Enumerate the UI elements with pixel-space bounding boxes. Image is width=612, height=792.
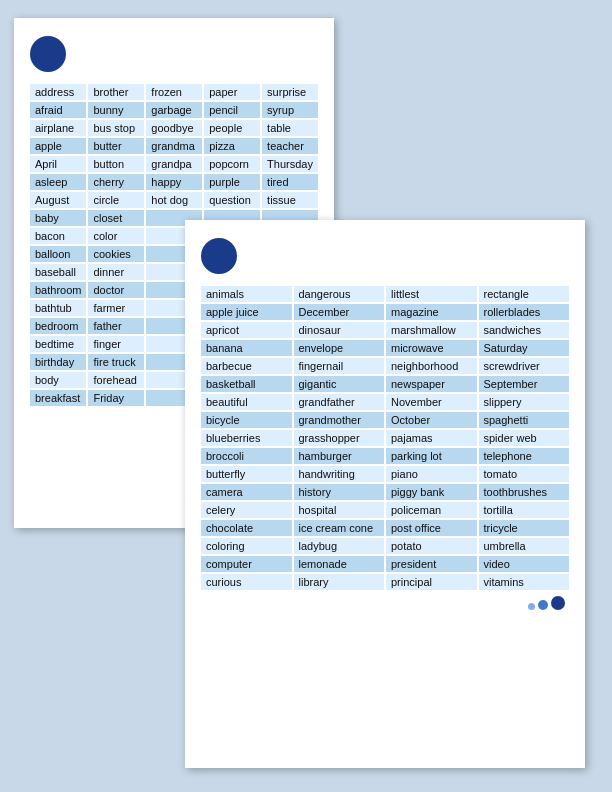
word-cell: library bbox=[294, 574, 385, 590]
word-cell: fire truck bbox=[88, 354, 144, 370]
word-cell: apple bbox=[30, 138, 86, 154]
word-cell: cookies bbox=[88, 246, 144, 262]
word-cell: newspaper bbox=[386, 376, 477, 392]
word-cell: banana bbox=[201, 340, 292, 356]
word-cell: airplane bbox=[30, 120, 86, 136]
page1-header bbox=[30, 36, 318, 72]
word-cell: pencil bbox=[204, 102, 260, 118]
word-cell: animals bbox=[201, 286, 292, 302]
word-cell: marshmallow bbox=[386, 322, 477, 338]
word-cell: littlest bbox=[386, 286, 477, 302]
word-cell: bus stop bbox=[88, 120, 144, 136]
page2-number bbox=[201, 238, 237, 274]
word-cell: address bbox=[30, 84, 86, 100]
word-cell: baby bbox=[30, 210, 86, 226]
word-cell: chocolate bbox=[201, 520, 292, 536]
word-cell: spider web bbox=[479, 430, 570, 446]
word-cell: tricycle bbox=[479, 520, 570, 536]
dot-small bbox=[528, 603, 535, 610]
word-cell: camera bbox=[201, 484, 292, 500]
word-cell: telephone bbox=[479, 448, 570, 464]
word-cell: hot dog bbox=[146, 192, 202, 208]
word-cell: dinner bbox=[88, 264, 144, 280]
word-cell: dangerous bbox=[294, 286, 385, 302]
word-cell: paper bbox=[204, 84, 260, 100]
word-cell: butter bbox=[88, 138, 144, 154]
word-cell: bathroom bbox=[30, 282, 86, 298]
word-cell: history bbox=[294, 484, 385, 500]
word-cell: breakfast bbox=[30, 390, 86, 406]
word-cell: bunny bbox=[88, 102, 144, 118]
word-cell: coloring bbox=[201, 538, 292, 554]
word-cell: basketball bbox=[201, 376, 292, 392]
word-cell: table bbox=[262, 120, 318, 136]
word-cell: circle bbox=[88, 192, 144, 208]
word-cell: body bbox=[30, 372, 86, 388]
word-cell: president bbox=[386, 556, 477, 572]
word-cell: happy bbox=[146, 174, 202, 190]
word-cell: grandpa bbox=[146, 156, 202, 172]
page1-number bbox=[30, 36, 66, 72]
page2-header bbox=[201, 238, 569, 274]
word-cell: Friday bbox=[88, 390, 144, 406]
word-cell: post office bbox=[386, 520, 477, 536]
word-cell: bedtime bbox=[30, 336, 86, 352]
word-cell: envelope bbox=[294, 340, 385, 356]
word-cell: closet bbox=[88, 210, 144, 226]
word-cell: forehead bbox=[88, 372, 144, 388]
word-cell: bicycle bbox=[201, 412, 292, 428]
word-cell: curious bbox=[201, 574, 292, 590]
word-cell: Thursday bbox=[262, 156, 318, 172]
word-cell: October bbox=[386, 412, 477, 428]
word-cell: piano bbox=[386, 466, 477, 482]
word-cell: November bbox=[386, 394, 477, 410]
word-cell: celery bbox=[201, 502, 292, 518]
word-cell: fingernail bbox=[294, 358, 385, 374]
dot-medium bbox=[538, 600, 548, 610]
word-cell: brother bbox=[88, 84, 144, 100]
word-cell: tired bbox=[262, 174, 318, 190]
page-3-syllable: animalsdangerouslittlestrectangleapple j… bbox=[185, 220, 585, 768]
word-cell: April bbox=[30, 156, 86, 172]
word-cell: spaghetti bbox=[479, 412, 570, 428]
word-cell: blueberries bbox=[201, 430, 292, 446]
word-cell: ice cream cone bbox=[294, 520, 385, 536]
word-cell: September bbox=[479, 376, 570, 392]
word-cell: father bbox=[88, 318, 144, 334]
word-cell: tomato bbox=[479, 466, 570, 482]
word-cell: broccoli bbox=[201, 448, 292, 464]
word-cell: people bbox=[204, 120, 260, 136]
word-cell: dinosaur bbox=[294, 322, 385, 338]
word-cell: bacon bbox=[30, 228, 86, 244]
word-cell: grandfather bbox=[294, 394, 385, 410]
word-cell: balloon bbox=[30, 246, 86, 262]
word-cell: asleep bbox=[30, 174, 86, 190]
word-cell: afraid bbox=[30, 102, 86, 118]
word-cell: popcorn bbox=[204, 156, 260, 172]
word-cell: pizza bbox=[204, 138, 260, 154]
word-cell: barbecue bbox=[201, 358, 292, 374]
word-cell: baseball bbox=[30, 264, 86, 280]
word-cell: policeman bbox=[386, 502, 477, 518]
word-cell: umbrella bbox=[479, 538, 570, 554]
word-cell: lemonade bbox=[294, 556, 385, 572]
word-cell: frozen bbox=[146, 84, 202, 100]
word-cell: button bbox=[88, 156, 144, 172]
word-cell: hospital bbox=[294, 502, 385, 518]
word-cell: Saturday bbox=[479, 340, 570, 356]
word-cell: rollerblades bbox=[479, 304, 570, 320]
word-cell: screwdriver bbox=[479, 358, 570, 374]
word-cell: cherry bbox=[88, 174, 144, 190]
word-cell: parking lot bbox=[386, 448, 477, 464]
word-cell: grasshopper bbox=[294, 430, 385, 446]
word-cell: pajamas bbox=[386, 430, 477, 446]
word-cell: syrup bbox=[262, 102, 318, 118]
word-cell: potato bbox=[386, 538, 477, 554]
word-cell: gigantic bbox=[294, 376, 385, 392]
word-cell: magazine bbox=[386, 304, 477, 320]
word-cell: sandwiches bbox=[479, 322, 570, 338]
word-cell: birthday bbox=[30, 354, 86, 370]
word-cell: tissue bbox=[262, 192, 318, 208]
word-cell: surprise bbox=[262, 84, 318, 100]
word-cell: apple juice bbox=[201, 304, 292, 320]
